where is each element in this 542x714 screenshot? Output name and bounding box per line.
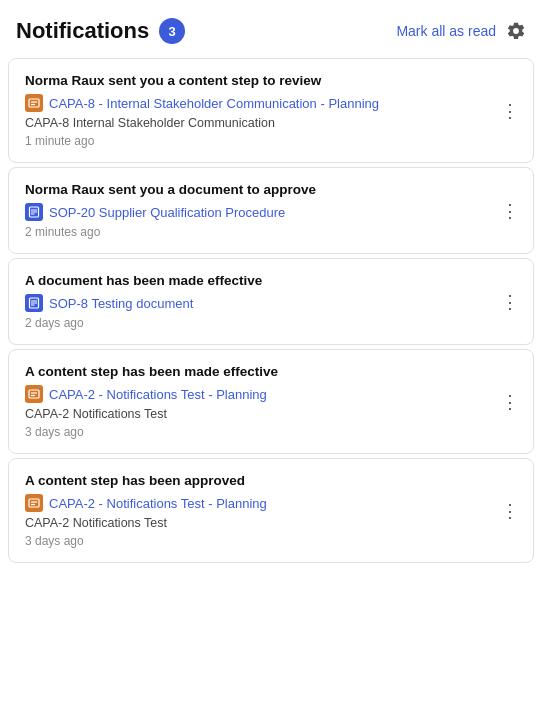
notification-link[interactable]: SOP-20 Supplier Qualification Procedure [49,205,285,220]
doc-icon [25,203,43,221]
settings-button[interactable] [506,21,526,41]
notification-card: Norma Raux sent you a document to approv… [8,167,534,254]
notification-menu-button[interactable]: ⋮ [497,198,523,224]
svg-rect-0 [29,99,39,107]
header-actions: Mark all as read [396,21,526,41]
notification-menu-button[interactable]: ⋮ [497,389,523,415]
notification-card: A content step has been made effective C… [8,349,534,454]
mark-all-read-button[interactable]: Mark all as read [396,23,496,39]
notification-menu-button[interactable]: ⋮ [497,498,523,524]
notification-card: A document has been made effective SOP-8… [8,258,534,345]
notification-link-row: CAPA-8 - Internal Stakeholder Communicat… [25,94,519,112]
notification-link[interactable]: SOP-8 Testing document [49,296,193,311]
notification-title: A content step has been made effective [25,364,519,379]
notification-time: 1 minute ago [25,134,519,148]
capa-icon [25,494,43,512]
gear-icon [506,21,526,41]
notification-title: A content step has been approved [25,473,519,488]
capa-icon [25,94,43,112]
notification-time: 3 days ago [25,534,519,548]
svg-rect-14 [29,499,39,507]
notifications-header: Notifications 3 Mark all as read [0,0,542,58]
notification-link-row: CAPA-2 - Notifications Test - Planning [25,494,519,512]
notification-link[interactable]: CAPA-2 - Notifications Test - Planning [49,496,267,511]
notification-link[interactable]: CAPA-2 - Notifications Test - Planning [49,387,267,402]
notification-link-row: SOP-8 Testing document [25,294,519,312]
notification-sub: CAPA-2 Notifications Test [25,516,519,530]
notification-time: 3 days ago [25,425,519,439]
capa-icon [25,385,43,403]
notification-sub: CAPA-2 Notifications Test [25,407,519,421]
page-title: Notifications [16,18,149,44]
notification-menu-button[interactable]: ⋮ [497,98,523,124]
notification-title: Norma Raux sent you a document to approv… [25,182,519,197]
notifications-list: Norma Raux sent you a content step to re… [0,58,542,563]
notification-title: A document has been made effective [25,273,519,288]
doc-icon [25,294,43,312]
notification-sub: CAPA-8 Internal Stakeholder Communicatio… [25,116,519,130]
notification-card: A content step has been approved CAPA-2 … [8,458,534,563]
notification-title: Norma Raux sent you a content step to re… [25,73,519,88]
notification-link[interactable]: CAPA-8 - Internal Stakeholder Communicat… [49,96,379,111]
svg-rect-11 [29,390,39,398]
notification-link-row: SOP-20 Supplier Qualification Procedure [25,203,519,221]
notification-count-badge: 3 [159,18,185,44]
notification-time: 2 days ago [25,316,519,330]
notification-link-row: CAPA-2 - Notifications Test - Planning [25,385,519,403]
notification-menu-button[interactable]: ⋮ [497,289,523,315]
notification-card: Norma Raux sent you a content step to re… [8,58,534,163]
notification-time: 2 minutes ago [25,225,519,239]
